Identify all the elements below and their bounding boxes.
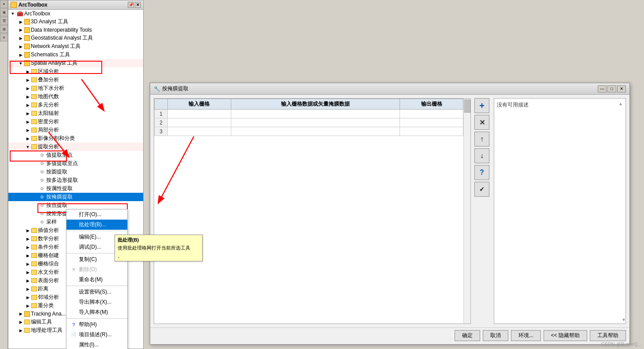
icon-spatial	[24, 60, 30, 66]
tooltip-bullet: 。	[118, 253, 200, 259]
dialog-title-left: 🔧 按掩膜提取	[154, 85, 189, 92]
arctoolbox-title-left: ArcToolbox	[11, 2, 48, 8]
delete-row-button[interactable]: ✕	[474, 115, 489, 130]
label-multval2pt: 多值提取至点	[46, 160, 78, 167]
sidebar-icon-2[interactable]: ⊞	[0, 8, 8, 16]
ctx-edit-label: 编辑(E)...	[79, 233, 101, 241]
tree-item-segclass[interactable]: ▶ 影像分割和分类	[8, 134, 143, 143]
tree-item-bypolygon[interactable]: ⚙ 按多边形提取	[8, 176, 143, 184]
info-button[interactable]: ?	[474, 165, 489, 180]
row-input-1[interactable]	[168, 110, 231, 118]
ctx-itemdesc[interactable]: 📄 项目描述(R)...	[67, 330, 127, 340]
ctx-help[interactable]: ? 帮助(H)	[67, 320, 127, 330]
tree-item-groundwater[interactable]: ▶ 地下水分析	[8, 84, 143, 92]
environment-button[interactable]: 环境...	[511, 330, 541, 341]
icon-segclass	[31, 136, 37, 141]
ctx-batch-label: 批处理(B)...	[79, 221, 106, 228]
arctoolbox-pin-btn[interactable]: 📌	[128, 2, 134, 8]
tree-item-schematics[interactable]: ▶ Schematics 工具	[8, 51, 143, 59]
tool-help-button[interactable]: 工具帮助	[590, 330, 626, 341]
ctx-delete-label: 删除(D)	[79, 266, 97, 273]
ctx-importscript[interactable]: 导入脚本(M)	[67, 307, 127, 317]
tree-item-val2pt[interactable]: ⚙ 值提取至点	[8, 151, 143, 159]
tree-item-density[interactable]: ▶ 密度分析	[8, 118, 143, 126]
sidebar-icon-1[interactable]: ≡	[0, 0, 8, 8]
expand-regional: ▶	[24, 68, 31, 75]
scroll-down-indicator: ▼	[622, 317, 626, 322]
icon-interp	[31, 228, 37, 233]
tree-item-mapcode[interactable]: ▶ 地图代数	[8, 92, 143, 101]
toggle-help-button[interactable]: << 隐藏帮助	[544, 330, 587, 341]
tree-item-bycircle[interactable]: ⚙ 按圆提取	[8, 168, 143, 176]
expand-val2pt	[31, 152, 38, 159]
expand-root: ▼	[9, 10, 16, 17]
expand-mapcode: ▶	[24, 93, 31, 100]
sidebar-icon-5[interactable]: ≡	[0, 33, 8, 41]
row-num-2: 2	[155, 118, 168, 127]
dialog-controls: — □ ✕	[598, 85, 626, 92]
tree-item-root[interactable]: ▼ 🧰 ArcToolbox	[8, 10, 143, 18]
ctx-delete[interactable]: ✕ 删除(D)	[67, 265, 127, 275]
tree-item-overlay[interactable]: ▶ 叠加分析	[8, 76, 143, 84]
row-mask-1[interactable]	[231, 110, 400, 118]
label-surface: 表面分析	[38, 277, 59, 284]
label-distance: 距离	[38, 285, 48, 293]
cancel-button[interactable]: 取消	[483, 330, 508, 341]
dialog-close-btn[interactable]: ✕	[617, 85, 626, 92]
ctx-exportscript[interactable]: 导出脚本(X)...	[67, 297, 127, 307]
tree-item-geostat[interactable]: ▶ Geostatistical Analyst 工具	[8, 34, 143, 42]
table-row-3: 3	[155, 127, 463, 136]
ctx-batch[interactable]: 批处理(B)...	[67, 220, 127, 230]
dialog-minimize-btn[interactable]: —	[598, 85, 607, 92]
ok-button[interactable]: 确定	[455, 330, 480, 341]
row-mask-2[interactable]	[231, 118, 400, 127]
row-output-3[interactable]	[400, 127, 463, 136]
tree-item-local[interactable]: ▶ 局部分析	[8, 126, 143, 134]
icon-surface	[31, 278, 37, 283]
tree-item-solar[interactable]: ▶ 太阳辐射	[8, 109, 143, 118]
icon-geostat	[24, 35, 30, 41]
icon-root: 🧰	[16, 10, 23, 17]
help-panel: ▲ 没有可用描述 ▼	[494, 98, 626, 324]
table-scrollbar[interactable]	[463, 99, 470, 323]
tree-item-network[interactable]: ▶ Network Analyst 工具	[8, 42, 143, 51]
tree-item-3d[interactable]: ▶ 3D Analyst 工具	[8, 18, 143, 26]
sidebar-icon-3[interactable]: ☰	[0, 17, 8, 25]
label-multivariate: 多元分析	[38, 101, 59, 109]
tree-item-spatial[interactable]: ▼ Spatial Analyst 工具	[8, 59, 143, 67]
ctx-sep1	[67, 231, 127, 231]
expand-byattr	[31, 185, 38, 192]
tree-item-multivariate[interactable]: ▶ 多元分析	[8, 101, 143, 109]
arctoolbox-close-btn[interactable]: ✕	[135, 2, 141, 8]
tree-item-byattr[interactable]: ⚙ 按属性提取	[8, 184, 143, 193]
tree-item-multval2pt[interactable]: ⚙ 多值提取至点	[8, 159, 143, 168]
confirm-button[interactable]: ✓	[474, 182, 489, 197]
move-up-button[interactable]: ↑	[474, 132, 489, 147]
ctx-rename[interactable]: 重命名(M)	[67, 275, 127, 285]
move-down-button[interactable]: ↓	[474, 148, 489, 163]
row-output-2[interactable]	[400, 118, 463, 127]
sidebar-icon-4[interactable]: ⊟	[0, 25, 8, 33]
tree-item-bypoint[interactable]: ⚙ 按点提取	[8, 201, 143, 209]
row-input-2[interactable]	[168, 118, 231, 127]
row-input-3[interactable]	[168, 127, 231, 136]
ctx-properties[interactable]: 属性(I)...	[67, 340, 127, 349]
icon-tracking	[24, 311, 30, 317]
row-output-1[interactable]	[400, 110, 463, 118]
label-hydrology: 水文分析	[38, 268, 59, 276]
label-tracking: Tracking Ana...	[31, 311, 66, 317]
ctx-open[interactable]: 打开(O)...	[67, 209, 127, 220]
label-overlay: 叠加分析	[38, 76, 59, 84]
row-mask-3[interactable]	[231, 127, 400, 136]
tree-item-bymask[interactable]: ⚙ 按掩膜提取	[8, 193, 143, 201]
label-segclass: 影像分割和分类	[38, 135, 75, 142]
ctx-setpassword[interactable]: 设置密码(S)...	[67, 287, 127, 297]
ctx-help-label: 帮助(H)	[79, 321, 97, 328]
tree-item-interop[interactable]: ▶ Data Interoperability Tools	[8, 26, 143, 34]
add-row-button[interactable]: +	[474, 98, 489, 113]
tree-item-regional[interactable]: ▶ 区域分析	[8, 67, 143, 76]
tooltip-title: 批处理(B)	[118, 237, 200, 243]
tree-item-extract[interactable]: ▼ 提取分析	[8, 143, 143, 151]
ctx-help-icon: ?	[70, 322, 77, 327]
dialog-maximize-btn[interactable]: □	[607, 85, 616, 92]
